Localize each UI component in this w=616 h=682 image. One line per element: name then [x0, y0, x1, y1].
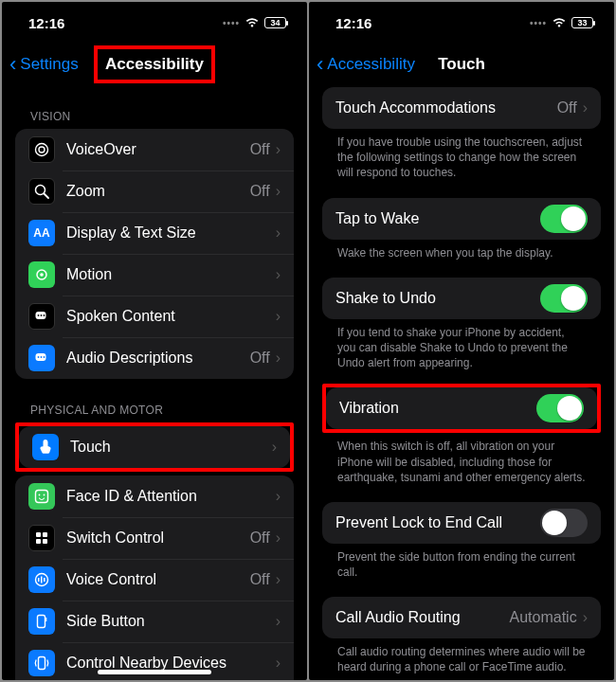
footer-tapwake: Wake the screen when you tap the display… [322, 240, 601, 262]
wifi-icon [552, 17, 567, 28]
voice-control-icon [28, 566, 55, 593]
switch-tapwake[interactable] [540, 205, 588, 233]
footer-shake: If you tend to shake your iPhone by acci… [322, 319, 601, 373]
audio-desc-icon [28, 345, 55, 371]
nav-bar: ‹ Accessibility Touch [309, 44, 614, 85]
svg-point-12 [41, 356, 43, 358]
row-value: Off [250, 529, 270, 547]
svg-rect-26 [45, 618, 46, 621]
touch-icon [32, 434, 59, 460]
content-right: Touch Accommodations Off › If you have t… [309, 85, 614, 680]
row-value: Off [250, 141, 270, 158]
svg-rect-18 [43, 532, 47, 537]
row-nearby[interactable]: Control Nearby Devices › [15, 642, 294, 680]
svg-rect-23 [41, 577, 43, 583]
footer-accom: If you have trouble using the touchscree… [322, 129, 601, 183]
row-label: Display & Text Size [66, 224, 276, 242]
row-zoom[interactable]: Zoom Off › [15, 170, 294, 212]
row-label: Audio Descriptions [66, 350, 250, 367]
row-tapwake[interactable]: Tap to Wake [322, 198, 601, 240]
chevron-right-icon: › [276, 488, 281, 505]
section-header-motor: PHYSICAL AND MOTOR [15, 396, 294, 422]
spoken-content-icon [28, 303, 55, 330]
chevron-right-icon: › [276, 529, 281, 547]
row-prevent[interactable]: Prevent Lock to End Call [322, 502, 601, 544]
svg-rect-24 [44, 578, 45, 582]
status-time: 12:16 [28, 15, 64, 31]
group-prevent: Prevent Lock to End Call [322, 502, 601, 544]
row-touch[interactable]: Touch › [19, 426, 290, 468]
back-button[interactable]: ‹ Settings [9, 54, 79, 75]
row-voiceover[interactable]: VoiceOver Off › [15, 129, 294, 170]
switch-shake[interactable] [540, 284, 588, 313]
content-left: VISION VoiceOver Off › Zoom Off › AA D [2, 85, 307, 680]
right-phone: 12:16 •••• 33 ‹ Accessibility Touch Touc… [309, 2, 614, 680]
svg-point-8 [41, 314, 43, 316]
row-switch-control[interactable]: Switch Control Off › [15, 517, 294, 559]
svg-rect-14 [36, 491, 48, 503]
svg-line-3 [45, 194, 49, 199]
voiceover-icon [28, 136, 55, 163]
row-vibration[interactable]: Vibration [326, 387, 597, 429]
row-display-text[interactable]: AA Display & Text Size › [15, 212, 294, 254]
row-spoken[interactable]: Spoken Content › [15, 296, 294, 337]
svg-point-16 [44, 494, 45, 496]
footer-prevent: Prevent the side button from ending the … [322, 544, 601, 582]
svg-rect-17 [36, 532, 41, 537]
row-motion[interactable]: Motion › [15, 254, 294, 296]
row-routing[interactable]: Call Audio Routing Automatic › [322, 597, 601, 638]
chevron-right-icon: › [272, 439, 277, 456]
svg-point-7 [38, 314, 40, 316]
chevron-right-icon: › [276, 183, 281, 200]
svg-point-13 [44, 356, 45, 358]
signal-icon: •••• [223, 18, 240, 28]
row-label: Prevent Lock to End Call [335, 514, 540, 531]
row-label: Touch Accommodations [335, 99, 557, 117]
row-label: Touch [70, 439, 272, 456]
row-faceid[interactable]: Face ID & Attention › [15, 476, 294, 517]
zoom-icon [28, 178, 55, 205]
row-value: Off [557, 99, 577, 117]
row-label: Zoom [66, 183, 250, 200]
back-label: Accessibility [327, 55, 415, 74]
touch-highlight: Touch › [15, 422, 294, 472]
row-audio-desc[interactable]: Audio Descriptions Off › [15, 337, 294, 379]
status-bar: 12:16 •••• 34 [2, 2, 307, 44]
nearby-icon [28, 650, 55, 676]
group-tapwake: Tap to Wake [322, 198, 601, 240]
row-label: Tap to Wake [335, 210, 540, 227]
status-bar: 12:16 •••• 33 [309, 2, 614, 44]
left-phone: 12:16 •••• 34 ‹ Settings Accessibility V… [2, 2, 307, 680]
svg-rect-20 [43, 539, 47, 544]
svg-rect-25 [38, 616, 45, 628]
svg-point-0 [39, 147, 45, 153]
switch-vibration[interactable] [536, 394, 584, 422]
faceid-icon [28, 483, 55, 510]
vibration-highlight: Vibration [322, 384, 601, 433]
svg-point-1 [36, 144, 48, 156]
signal-icon: •••• [530, 18, 547, 28]
row-shake[interactable]: Shake to Undo [322, 278, 601, 319]
switch-prevent[interactable] [540, 509, 588, 537]
row-side-button[interactable]: Side Button › [15, 601, 294, 642]
svg-point-11 [38, 356, 40, 358]
chevron-right-icon: › [276, 350, 281, 367]
back-label: Settings [20, 55, 78, 74]
svg-rect-27 [39, 657, 45, 670]
svg-rect-22 [38, 578, 40, 582]
row-value: Off [250, 183, 270, 200]
svg-point-5 [40, 273, 44, 277]
section-header-vision: VISION [15, 102, 294, 129]
text-size-icon: AA [28, 220, 55, 246]
back-button[interactable]: ‹ Accessibility [317, 54, 415, 75]
status-time: 12:16 [335, 15, 371, 31]
chevron-right-icon: › [276, 141, 281, 158]
row-voice-control[interactable]: Voice Control Off › [15, 559, 294, 601]
row-label: Call Audio Routing [335, 609, 510, 626]
row-value: Off [250, 571, 270, 588]
row-touch-accom[interactable]: Touch Accommodations Off › [322, 87, 601, 129]
group-motor-rest: Face ID & Attention › Switch Control Off… [15, 476, 294, 680]
battery-icon: 34 [264, 17, 286, 28]
switch-control-icon [28, 525, 55, 551]
battery-icon: 33 [571, 17, 593, 28]
